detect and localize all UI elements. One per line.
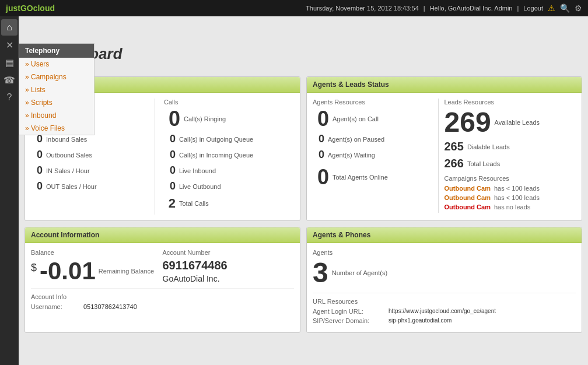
account-number-value: 6911674486 [163,259,295,272]
logo-cloud: cloud [33,3,55,13]
in-sales-hour-value: 0 [31,164,43,177]
url-resources-label: URL Resources [313,298,576,305]
dialable-leads-label: Dialable Leads [467,143,510,150]
agents-on-call-label: Agent(s) on Call [332,115,379,122]
total-agents-online-label: Total Agents Online [332,174,388,181]
agents-waiting-label: Agent(s) Waiting [328,152,375,159]
account-info-header: Account Information [25,227,300,243]
campaign2-row: Outbound Cam has < 100 leads [444,194,576,201]
available-leads-label: Available Leads [495,119,540,126]
available-leads-value: 269 [444,108,491,136]
sip-domain-value: sip-phx1.goautodial.com [388,317,452,324]
sidebar-item-close[interactable]: ✕ [1,37,18,53]
total-calls-label: Total Calls [179,200,209,207]
total-calls-value: 2 [164,196,176,211]
username-key: Username: [31,303,78,310]
calls-ringing-label: Call(s) Ringing [184,115,226,122]
balance-label: Balance [31,249,163,256]
campaign2-status: has < 100 leads [494,194,540,201]
outbound-sales-value: 0 [31,149,43,161]
logo: justGOcloud [6,3,55,13]
out-sales-hour-row: 0 OUT Sales / Hour [31,180,149,192]
in-sales-hour-row: 0 IN Sales / Hour [31,164,149,177]
page-header: ⌂ Dashboard [24,38,582,71]
sidebar-item-folder[interactable]: ▤ [1,54,18,71]
calls-outgoing-queue-label: Call(s) in Outgoing Queue [179,136,253,143]
in-sales-hour-label: IN Sales / Hour [46,167,90,174]
campaign1-name: Outbound Cam [444,185,491,192]
gear-icon[interactable]: ⚙ [575,3,582,13]
menu-item-scripts[interactable]: » Scripts [19,96,94,109]
agents-section-label: Agents [313,249,576,256]
agents-waiting-value: 0 [313,149,324,161]
menu-item-lists[interactable]: » Lists [19,83,94,96]
menu-item-voice-files[interactable]: » Voice Files [19,122,94,135]
campaigns-resources-label: Campaigns Resources [444,175,576,182]
live-outbound-value: 0 [164,180,176,192]
agents-resources-column: Agents Resources 0 Agent(s) on Call 0 Ag… [313,99,439,213]
topbar-right: Thursday, November 15, 2012 18:43:54 | H… [306,3,582,13]
menu-item-inbound[interactable]: » Inbound [19,109,94,122]
calls-label: Calls [164,99,294,106]
leads-resources-column: Leads Resources 269 Available Leads 265 … [444,99,576,213]
username-row: Username: 051307862413740 [31,303,294,310]
telephony-menu: Telephony » Users » Campaigns » Lists » … [19,43,94,135]
agent-login-url-row: Agent Login URL: https://www.justgocloud… [313,308,576,315]
search-icon[interactable]: 🔍 [560,3,570,13]
campaign2-name: Outbound Cam [444,194,491,201]
total-calls-row: 2 Total Calls [164,196,294,211]
live-inbound-label: Live Inbound [179,167,216,174]
sidebar-item-home[interactable]: ⌂ [1,19,18,36]
total-leads-row: 266 Total Leads [444,157,576,170]
total-agents-online-row: 0 Total Agents Online [313,167,432,188]
url-resources-section: URL Resources Agent Login URL: https://w… [313,293,576,324]
calls-incoming-queue-value: 0 [164,149,176,161]
live-inbound-value: 0 [164,164,176,177]
campaign3-name: Outbound Cam [444,203,491,210]
greeting: Hello, GoAutoDial Inc. Admin [430,5,513,12]
total-leads-label: Total Leads [467,160,500,167]
account-number-section: Account Number 6911674486 GoAutoDial Inc… [163,249,295,283]
calls-incoming-queue-label: Call(s) in Incoming Queue [179,152,253,159]
logout-link[interactable]: Logout [523,5,543,12]
sidebar-item-help[interactable]: ? [1,89,18,106]
agent-login-url-value: https://www.justgocloud.com/go_ce/agent [388,308,496,315]
sip-domain-row: SIP/Server Domain: sip-phx1.goautodial.c… [313,317,576,324]
number-of-agents-label: Number of Agent(s) [332,269,387,276]
calls-outgoing-queue-row: 0 Call(s) in Outgoing Queue [164,133,294,145]
agents-resources-label: Agents Resources [313,99,432,106]
calls-ringing-value: 0 [164,108,180,129]
menu-item-campaigns[interactable]: » Campaigns [19,71,94,83]
total-agents-online-value: 0 [313,167,329,188]
menu-item-users[interactable]: » Users [19,58,94,71]
calls-ringing-row: 0 Call(s) Ringing [164,108,294,129]
agents-on-paused-value: 0 [313,133,324,145]
agents-leads-card: Agents & Leads Status Agents Resources 0… [306,76,582,221]
dialable-leads-row: 265 Dialable Leads [444,140,576,153]
campaign1-status: has < 100 leads [494,185,540,192]
campaigns-resources-section: Campaigns Resources Outbound Cam has < 1… [444,175,576,210]
agents-on-paused-row: 0 Agent(s) on Paused [313,133,432,145]
agents-on-call-value: 0 [313,108,329,129]
outbound-sales-row: 0 Outbound Sales [31,149,149,161]
main-content: ⌂ Dashboard Today's Status Sales 0 Total… [19,33,588,339]
calls-incoming-queue-row: 0 Call(s) in Incoming Queue [164,149,294,161]
account-info-section: Account Info Username: 051307862413740 [31,288,294,310]
agents-leads-header: Agents & Leads Status [307,77,582,93]
out-sales-hour-label: OUT Sales / Hour [46,183,97,190]
total-leads-value: 266 [444,157,464,170]
out-sales-hour-value: 0 [31,180,43,192]
sidebar-item-phone[interactable]: ☎ [1,72,18,88]
remaining-balance-label: Remaining Balance [99,268,154,275]
dollar-sign: $ [31,262,37,274]
username-value: 051307862413740 [83,303,137,310]
warning-icon: ⚠ [548,3,555,13]
calls-outgoing-queue-value: 0 [164,133,176,145]
logo-just: just [6,3,20,13]
outbound-sales-label: Outbound Sales [46,152,92,159]
agents-on-call-row: 0 Agent(s) on Call [313,108,432,129]
live-outbound-label: Live Outbound [179,183,221,190]
agents-waiting-row: 0 Agent(s) Waiting [313,149,432,161]
sip-domain-key: SIP/Server Domain: [313,317,383,324]
number-of-agents-row: 3 Number of Agent(s) [313,259,576,287]
